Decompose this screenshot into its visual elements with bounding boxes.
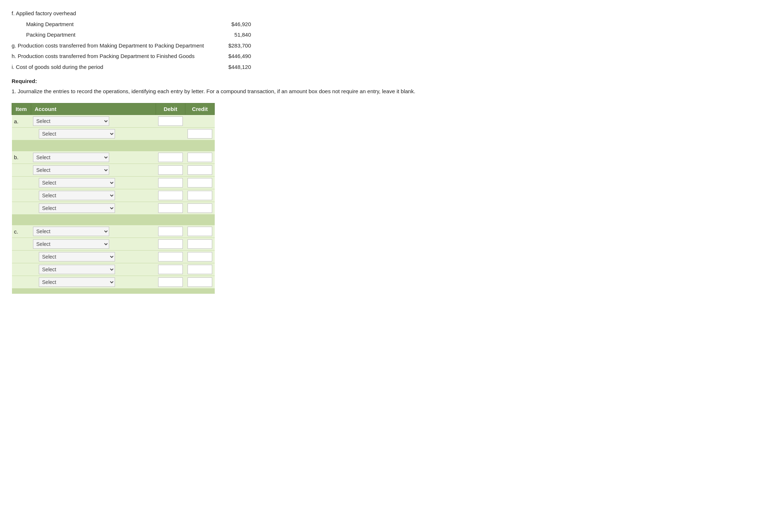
info-label-g: g. Production costs transferred from Mak…: [12, 41, 222, 50]
credit-input[interactable]: [188, 203, 212, 213]
debit-input[interactable]: [158, 227, 183, 236]
account-cell[interactable]: Select: [31, 128, 156, 140]
header-credit: Credit: [185, 103, 214, 115]
group-bottom-spacer: [12, 140, 215, 145]
credit-cell[interactable]: [185, 164, 214, 176]
credit-cell[interactable]: [185, 128, 214, 140]
table-row: Select: [12, 263, 215, 276]
account-select[interactable]: Select: [39, 178, 115, 187]
credit-input[interactable]: [188, 265, 212, 274]
journal-table: Item Account Debit Credit a.SelectSelect…: [12, 103, 215, 294]
table-row: Select: [12, 202, 215, 214]
debit-cell[interactable]: [156, 164, 185, 176]
credit-cell[interactable]: [185, 176, 214, 189]
account-select[interactable]: Select: [39, 252, 115, 261]
debit-input[interactable]: [158, 116, 183, 126]
debit-cell[interactable]: [156, 202, 185, 214]
item-label: [12, 128, 31, 140]
credit-input[interactable]: [188, 129, 212, 139]
header-item: Item: [12, 103, 31, 115]
info-value-f-making: $46,920: [222, 20, 251, 29]
info-row-h: h. Production costs transferred from Pac…: [12, 51, 749, 61]
item-label: [12, 202, 31, 214]
credit-input[interactable]: [188, 252, 212, 261]
group-spacer: [12, 219, 215, 225]
account-cell[interactable]: Select: [31, 225, 156, 238]
info-value-i: $448,120: [222, 62, 251, 72]
debit-cell[interactable]: [156, 238, 185, 251]
info-row-f: f. Applied factory overhead: [12, 9, 749, 18]
account-select[interactable]: Select: [39, 277, 115, 287]
account-select[interactable]: Select: [33, 153, 109, 162]
debit-input[interactable]: [158, 239, 183, 249]
debit-input[interactable]: [158, 178, 183, 187]
account-cell[interactable]: Select: [31, 115, 156, 128]
item-label: c.: [12, 225, 31, 238]
info-label-f: f. Applied factory overhead: [12, 9, 222, 18]
debit-cell[interactable]: [156, 189, 185, 202]
table-row: b.Select: [12, 151, 215, 164]
header-account: Account: [31, 103, 156, 115]
account-cell[interactable]: Select: [31, 276, 156, 289]
credit-input[interactable]: [188, 153, 212, 162]
credit-cell[interactable]: [185, 189, 214, 202]
account-select[interactable]: Select: [33, 165, 109, 175]
credit-cell[interactable]: [185, 251, 214, 263]
item-label: [12, 176, 31, 189]
credit-cell[interactable]: [185, 276, 214, 289]
account-select[interactable]: Select: [39, 265, 115, 274]
debit-input[interactable]: [158, 153, 183, 162]
debit-cell[interactable]: [156, 251, 185, 263]
debit-cell: [156, 128, 185, 140]
debit-cell[interactable]: [156, 151, 185, 164]
account-cell[interactable]: Select: [31, 263, 156, 276]
info-row-i: i. Cost of goods sold during the period …: [12, 62, 749, 72]
item-label: [12, 263, 31, 276]
instruction: 1. Journalize the entries to record the …: [12, 87, 749, 96]
credit-input[interactable]: [188, 239, 212, 249]
account-cell[interactable]: Select: [31, 151, 156, 164]
debit-input[interactable]: [158, 265, 183, 274]
credit-cell[interactable]: [185, 202, 214, 214]
account-select[interactable]: Select: [33, 116, 109, 126]
item-label: [12, 238, 31, 251]
account-cell[interactable]: Select: [31, 189, 156, 202]
account-cell[interactable]: Select: [31, 251, 156, 263]
account-cell[interactable]: Select: [31, 202, 156, 214]
account-select[interactable]: Select: [33, 239, 109, 249]
item-label: a.: [12, 115, 31, 128]
credit-input[interactable]: [188, 277, 212, 287]
account-select[interactable]: Select: [39, 203, 115, 213]
credit-cell[interactable]: [185, 263, 214, 276]
account-select[interactable]: Select: [39, 129, 115, 139]
table-row: c.Select: [12, 225, 215, 238]
debit-cell[interactable]: [156, 115, 185, 128]
credit-input[interactable]: [188, 165, 212, 175]
info-label-f-packing: Packing Department: [12, 30, 222, 40]
account-select[interactable]: Select: [33, 227, 109, 236]
table-row: Select: [12, 164, 215, 176]
credit-cell[interactable]: [185, 151, 214, 164]
debit-input[interactable]: [158, 203, 183, 213]
debit-cell[interactable]: [156, 225, 185, 238]
debit-input[interactable]: [158, 277, 183, 287]
account-cell[interactable]: Select: [31, 238, 156, 251]
credit-cell[interactable]: [185, 238, 214, 251]
debit-cell[interactable]: [156, 263, 185, 276]
account-cell[interactable]: Select: [31, 176, 156, 189]
debit-cell[interactable]: [156, 276, 185, 289]
account-select[interactable]: Select: [39, 191, 115, 200]
info-row-f-making: Making Department $46,920: [12, 20, 749, 29]
debit-input[interactable]: [158, 165, 183, 175]
debit-input[interactable]: [158, 191, 183, 200]
table-row: Select: [12, 128, 215, 140]
table-row: a.Select: [12, 115, 215, 128]
credit-input[interactable]: [188, 191, 212, 200]
debit-input[interactable]: [158, 252, 183, 261]
credit-input[interactable]: [188, 227, 212, 236]
debit-cell[interactable]: [156, 176, 185, 189]
info-value-g: $283,700: [222, 41, 251, 50]
credit-cell[interactable]: [185, 225, 214, 238]
credit-input[interactable]: [188, 178, 212, 187]
account-cell[interactable]: Select: [31, 164, 156, 176]
